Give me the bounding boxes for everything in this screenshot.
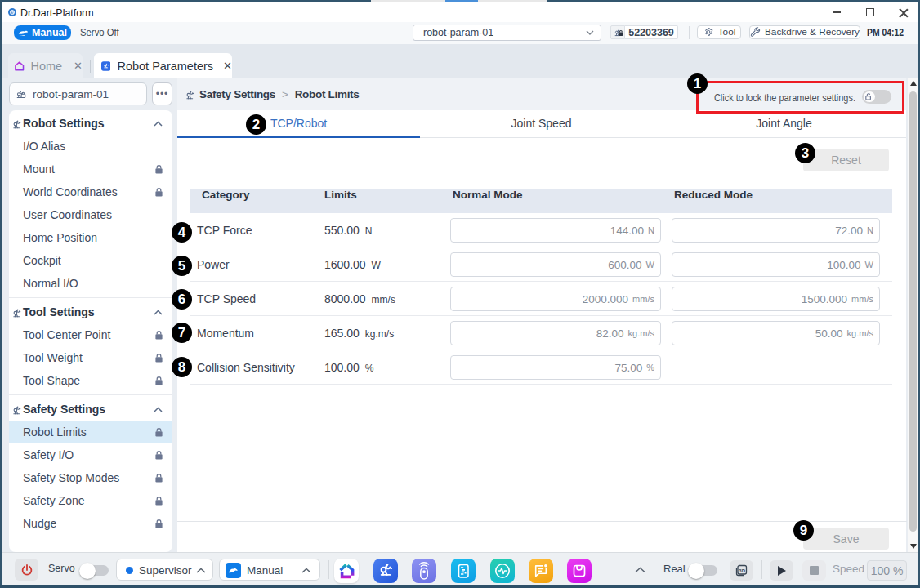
svg-text:3D: 3D bbox=[739, 568, 745, 573]
